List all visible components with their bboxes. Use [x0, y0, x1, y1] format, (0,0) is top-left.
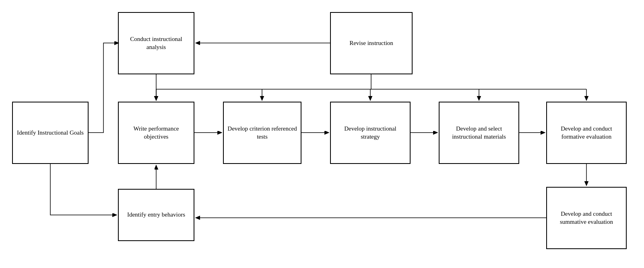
revise-instruction-box: Revise instruction	[330, 12, 413, 74]
write-performance-box: Write performance objectives	[118, 102, 194, 164]
identify-entry-box: Identify entry behaviors	[118, 189, 194, 241]
develop-summative-box: Develop and conduct summative evaluation	[546, 187, 627, 249]
diagram-container: Identify Instructional Goals Conduct ins…	[0, 0, 644, 268]
develop-strategy-box: Develop instructional strategy	[330, 102, 411, 164]
develop-criterion-box: Develop criterion referenced tests	[223, 102, 301, 164]
develop-select-box: Develop and select instructional materia…	[439, 102, 519, 164]
conduct-analysis-box: Conduct instructional analysis	[118, 12, 194, 74]
develop-formative-box: Develop and conduct formative evaluation	[546, 102, 627, 164]
identify-goals-box: Identify Instructional Goals	[12, 102, 89, 164]
